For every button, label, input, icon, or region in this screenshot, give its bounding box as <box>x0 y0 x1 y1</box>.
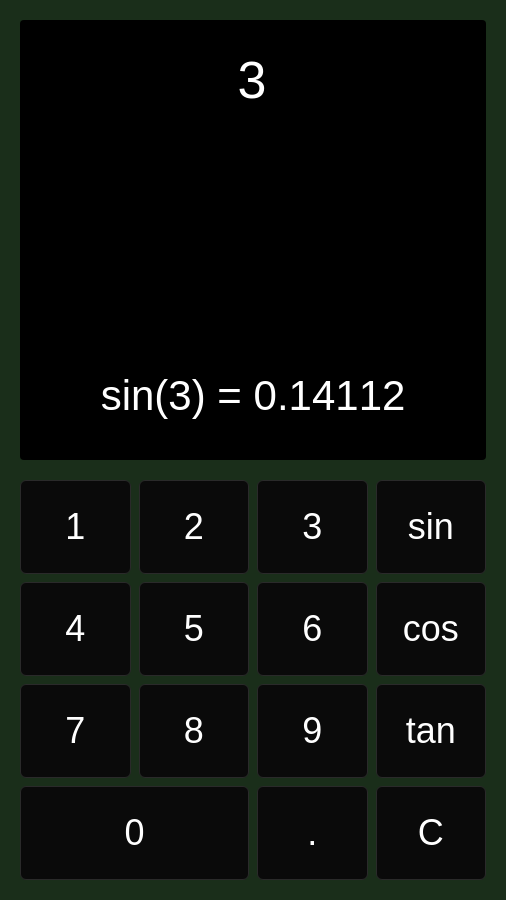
key-clear[interactable]: C <box>376 786 487 880</box>
key-4[interactable]: 4 <box>20 582 131 676</box>
key-0[interactable]: 0 <box>20 786 249 880</box>
key-cos[interactable]: cos <box>376 582 487 676</box>
key-3[interactable]: 3 <box>257 480 368 574</box>
key-8[interactable]: 8 <box>139 684 250 778</box>
keypad: 1 2 3 sin 4 5 6 cos 7 8 9 tan 0 . C <box>0 470 506 900</box>
input-value: 3 <box>60 50 446 110</box>
key-sin[interactable]: sin <box>376 480 487 574</box>
key-5[interactable]: 5 <box>139 582 250 676</box>
key-2[interactable]: 2 <box>139 480 250 574</box>
calculator-display: 3 sin(3) = 0.14112 <box>20 20 486 460</box>
key-9[interactable]: 9 <box>257 684 368 778</box>
key-1[interactable]: 1 <box>20 480 131 574</box>
key-tan[interactable]: tan <box>376 684 487 778</box>
key-6[interactable]: 6 <box>257 582 368 676</box>
key-7[interactable]: 7 <box>20 684 131 778</box>
key-dot[interactable]: . <box>257 786 368 880</box>
result-value: sin(3) = 0.14112 <box>60 372 446 420</box>
